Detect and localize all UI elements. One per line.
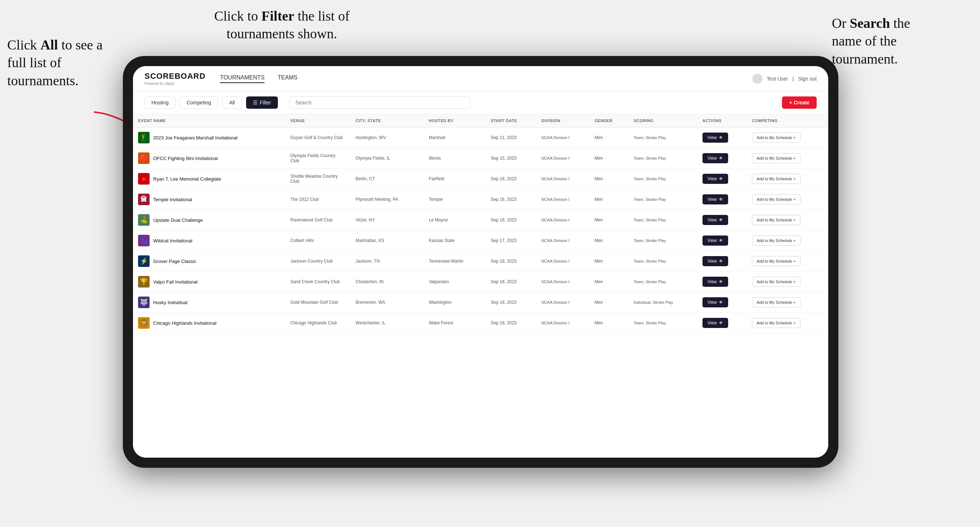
col-start-date: START DATE [486,114,536,127]
view-button[interactable]: View 👁 [703,133,728,143]
col-venue: VENUE [285,114,351,127]
actions-cell: View 👁 [697,169,747,189]
gender-cell: Men [589,271,628,292]
actions-cell: View 👁 [697,230,747,251]
venue-cell: Ravenwood Golf Club [285,210,351,230]
annotation-center: Click to Filter the list oftournaments s… [191,7,372,43]
date-cell: Sep 18, 2023 [486,313,536,333]
search-input[interactable] [290,97,470,109]
event-name: Temple Invitational [153,197,192,202]
filter-button-label: Filter [260,100,271,105]
hosted-by-cell: Tennessee-Martin [424,251,486,271]
gender-cell: Men [589,148,628,169]
hosted-by-cell: Wake Forest [424,313,486,333]
division-cell: NCAA Division I [536,148,589,169]
actions-cell: View 👁 [697,313,747,333]
tablet-frame: SCOREBOARD Powered by clippd TOURNAMENTS… [123,56,838,468]
gender-cell: Men [589,169,628,189]
view-button[interactable]: View 👁 [703,318,728,328]
venue-cell: The 1912 Club [285,189,351,210]
date-cell: Sep 18, 2023 [486,271,536,292]
hosting-button[interactable]: Hosting [145,97,175,109]
scoring-cell: Team, Stroke Play [629,189,697,210]
date-cell: Sep 16, 2023 [486,169,536,189]
actions-cell: View 👁 [697,189,747,210]
venue-cell: Gold Mountain Golf Club [285,292,351,313]
table-row: 🐾 Wildcat Invitational Colbert Hills Man… [133,230,828,251]
event-cell: 🏛 Temple Invitational [138,194,280,205]
event-cell: 🔴 OFCC Fighting Illini Invitational [138,152,280,164]
scoring-cell: Team, Stroke Play [629,313,697,333]
view-button[interactable]: View 👁 [703,153,728,163]
add-to-schedule-button[interactable]: Add to My Schedule + [752,277,800,287]
nav-tournaments[interactable]: TOURNAMENTS [220,75,264,83]
add-to-schedule-button[interactable]: Add to My Schedule + [752,297,800,307]
event-name: Wildcat Invitational [153,238,192,243]
table-row: 🦁 Chicago Highlands Invitational Chicago… [133,313,828,333]
filter-button[interactable]: ☰ Filter [246,97,278,109]
col-event-name: EVENT NAME [133,114,285,127]
nav-teams[interactable]: TEAMS [277,75,298,83]
competing-cell: Add to My Schedule + [747,148,828,169]
eye-icon: 👁 [719,321,723,325]
hosted-by-cell: Illinois [424,148,486,169]
logo-sub: Powered by clippd [145,82,205,86]
gender-cell: Men [589,251,628,271]
date-cell: Sep 16, 2023 [486,210,536,230]
event-name: 2023 Joe Feaganes Marshall Invitational [153,135,237,141]
view-button[interactable]: View 👁 [703,174,728,184]
add-to-schedule-button[interactable]: Add to My Schedule + [752,174,800,184]
team-logo: 🦁 [138,317,150,329]
col-actions: ACTIONS [697,114,747,127]
eye-icon: 👁 [719,238,723,243]
date-cell: Sep 16, 2023 [486,189,536,210]
competing-button[interactable]: Competing [180,97,218,109]
add-to-schedule-button[interactable]: Add to My Schedule + [752,235,800,246]
add-to-schedule-button[interactable]: Add to My Schedule + [752,194,800,205]
all-button[interactable]: All [222,97,242,109]
hosted-by-cell: Kansas State [424,230,486,251]
city-cell: Chesterton, IN [350,271,424,292]
team-logo: 🐾 [138,235,150,246]
view-button[interactable]: View 👁 [703,256,728,266]
add-to-schedule-button[interactable]: Add to My Schedule + [752,215,800,225]
competing-cell: Add to My Schedule + [747,189,828,210]
view-button[interactable]: View 👁 [703,277,728,287]
gender-cell: Men [589,230,628,251]
view-button[interactable]: View 👁 [703,215,728,225]
event-cell: ⚡ Grover Page Classic [138,256,280,267]
scoring-cell: Team, Stroke Play [629,169,697,189]
competing-cell: Add to My Schedule + [747,313,828,333]
city-cell: Victor, NY [350,210,424,230]
view-button[interactable]: View 👁 [703,297,728,307]
col-scoring: SCORING [629,114,697,127]
table-row: ⚡ Grover Page Classic Jackson Country Cl… [133,251,828,271]
team-logo: ⚡ [138,256,150,267]
sign-out-link[interactable]: Sign out [798,76,817,82]
actions-cell: View 👁 [697,251,747,271]
scoring-cell: Team, Stroke Play [629,148,697,169]
event-name: Grover Page Classic [153,259,196,264]
event-cell: 🦁 Chicago Highlands Invitational [138,317,280,329]
division-cell: NCAA Division I [536,292,589,313]
add-to-schedule-button[interactable]: Add to My Schedule + [752,133,800,143]
add-to-schedule-button[interactable]: Add to My Schedule + [752,256,800,266]
user-name: Test User [767,76,788,82]
actions-cell: View 👁 [697,292,747,313]
scoring-cell: Team, Stroke Play [629,230,697,251]
create-button[interactable]: + Create [782,97,817,109]
filter-bar: Hosting Competing All ☰ Filter + Create [133,91,828,114]
view-button[interactable]: View 👁 [703,194,728,205]
view-button[interactable]: View 👁 [703,235,728,246]
city-cell: Bremerton, WA [350,292,424,313]
col-competing: COMPETING [747,114,828,127]
annotation-right: Or Search thename of thetournament. [832,14,969,68]
gender-cell: Men [589,210,628,230]
hosted-by-cell: Le Moyne [424,210,486,230]
event-name: Valpo Fall Invitational [153,279,198,285]
eye-icon: 👁 [719,217,723,222]
add-to-schedule-button[interactable]: Add to My Schedule + [752,318,800,328]
table-row: 🏌 2023 Joe Feaganes Marshall Invitationa… [133,127,828,148]
city-cell: Manhattan, KS [350,230,424,251]
add-to-schedule-button[interactable]: Add to My Schedule + [752,153,800,163]
